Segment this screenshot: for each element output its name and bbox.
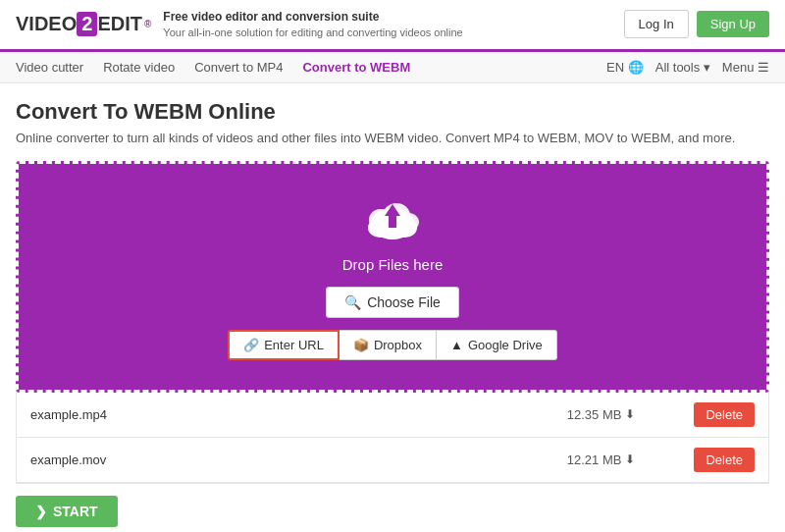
table-row: example.mp4 12.35 MB ⬇ Delete (17, 393, 768, 438)
upload-box: Drop Files here 🔍 Choose File 🔗 Enter UR… (16, 161, 769, 393)
header: VIDEO 2 EDIT ® Free video editor and con… (0, 0, 785, 52)
nav-rotate-video[interactable]: Rotate video (103, 60, 175, 75)
file-row-right: 12.35 MB ⬇ Delete (567, 402, 755, 427)
logo-subtitle: Free video editor and conversion suite Y… (163, 10, 462, 39)
link-icon: 🔗 (243, 338, 259, 352)
nav-video-cutter[interactable]: Video cutter (16, 60, 83, 75)
lang-selector[interactable]: EN 🌐 (606, 60, 644, 75)
start-label: START (53, 504, 98, 519)
signup-button[interactable]: Sign Up (697, 11, 769, 37)
dropbox-button[interactable]: 📦 Dropbox (340, 330, 437, 360)
logo-tagline-bold: Free video editor and conversion suite (163, 10, 379, 24)
logo-video: VIDEO (16, 13, 77, 35)
logo-trademark: ® (144, 19, 151, 29)
header-right: Log In Sign Up (624, 10, 769, 38)
logo-tagline: Your all-in-one solution for editing and… (163, 27, 462, 38)
header-left: VIDEO 2 EDIT ® Free video editor and con… (16, 10, 463, 39)
download-icon-0: ⬇ (625, 407, 635, 421)
file-name-0: example.mp4 (30, 407, 227, 422)
google-drive-button[interactable]: ▲ Google Drive (437, 330, 557, 360)
logo: VIDEO 2 EDIT ® (16, 12, 151, 36)
nav: Video cutter Rotate video Convert to MP4… (0, 52, 785, 83)
logo-edit: EDIT (97, 13, 142, 35)
dropbox-icon: 📦 (353, 338, 369, 352)
page-title: Convert To WEBM Online (16, 99, 769, 125)
main-menu[interactable]: Menu ☰ (722, 60, 769, 75)
start-button[interactable]: ❯ START (16, 496, 118, 527)
choose-file-button[interactable]: 🔍 Choose File (326, 287, 459, 318)
delete-button-0[interactable]: Delete (694, 402, 755, 427)
url-options: 🔗 Enter URL 📦 Dropbox ▲ Google Drive (34, 330, 751, 360)
search-icon: 🔍 (344, 294, 361, 310)
gdrive-icon: ▲ (450, 338, 463, 352)
delete-button-1[interactable]: Delete (694, 448, 755, 472)
nav-convert-mp4[interactable]: Convert to MP4 (194, 60, 283, 75)
page-desc: Online converter to turn all kinds of vi… (16, 131, 769, 145)
main-content: Convert To WEBM Online Online converter … (0, 83, 785, 532)
chevron-right-icon: ❯ (35, 504, 47, 519)
nav-right: EN 🌐 All tools ▾ Menu ☰ (606, 60, 769, 75)
enter-url-button[interactable]: 🔗 Enter URL (228, 330, 340, 360)
file-size-0: 12.35 MB ⬇ (567, 407, 636, 422)
choose-file-label: Choose File (367, 294, 441, 310)
drop-text: Drop Files here (34, 256, 751, 273)
start-section: ❯ START (16, 484, 769, 532)
file-size-1: 12.21 MB ⬇ (567, 452, 636, 467)
dropbox-label: Dropbox (374, 338, 422, 352)
gdrive-label: Google Drive (468, 338, 543, 352)
file-name-1: example.mov (30, 452, 227, 467)
file-row-right-1: 12.21 MB ⬇ Delete (567, 448, 755, 472)
enter-url-label: Enter URL (264, 338, 324, 352)
nav-left: Video cutter Rotate video Convert to MP4… (16, 60, 410, 75)
download-icon-1: ⬇ (625, 452, 635, 466)
table-row: example.mov 12.21 MB ⬇ Delete (17, 438, 768, 483)
all-tools-menu[interactable]: All tools ▾ (655, 60, 710, 75)
login-button[interactable]: Log In (624, 10, 689, 38)
nav-convert-webm[interactable]: Convert to WEBM (302, 60, 410, 75)
logo-two: 2 (77, 12, 97, 36)
file-list: example.mp4 12.35 MB ⬇ Delete example.mo… (16, 393, 769, 484)
